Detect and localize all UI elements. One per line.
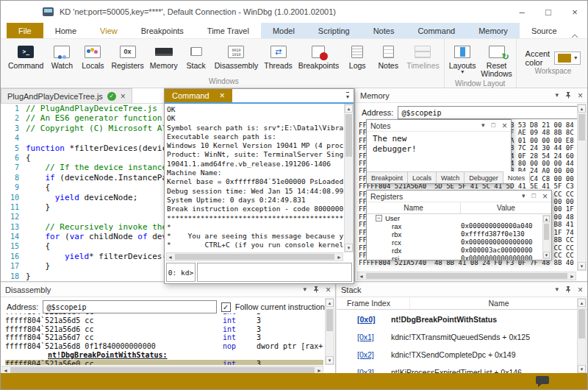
- notes-tab-locals[interactable]: Locals: [408, 172, 437, 183]
- command-horizontal-scrollbar[interactable]: ◄►: [166, 252, 343, 261]
- disasm-row[interactable]: fffff804`521a56d5 ccint3: [5, 316, 323, 325]
- pin-icon[interactable]: [313, 286, 319, 294]
- command-button[interactable]: >_ Command: [5, 42, 46, 71]
- close-icon[interactable]: ×: [570, 7, 580, 18]
- stack-vertical-scrollbar[interactable]: ▲ ▼: [577, 298, 587, 374]
- notes-button[interactable]: Notes: [373, 42, 404, 71]
- watch-button[interactable]: Watch: [46, 42, 77, 71]
- tab-scripting[interactable]: Scripting: [306, 23, 362, 38]
- command-output-line: Kernel base = 0xfffff804`51e00000 PsLoad…: [167, 177, 343, 186]
- tab-notes[interactable]: Notes: [362, 23, 406, 38]
- register-row[interactable]: rcx0x0000000000000000: [367, 238, 551, 247]
- notes-tab-watch[interactable]: Watch: [437, 172, 465, 183]
- register-row[interactable]: rsi0x0000000000000000: [367, 255, 551, 260]
- maximize-icon[interactable]: □: [532, 193, 536, 199]
- tab-memory[interactable]: Memory: [467, 23, 520, 38]
- disasm-row[interactable]: fffff804`521a56d8 0f1f840000000000nopdwo…: [5, 342, 323, 351]
- close-icon[interactable]: ×: [502, 121, 507, 130]
- command-output-line: Debug session time: Wed Jan 15 14:44:08.…: [167, 187, 343, 196]
- command-output-line: Break instruction exception - code 80000…: [167, 205, 343, 213]
- breakpoints-button[interactable]: Breakpoints: [295, 42, 342, 71]
- logs-button[interactable]: Logs: [342, 42, 373, 71]
- command-output-line: * CTRL+C (if you run console kernel debu…: [167, 241, 343, 249]
- register-row[interactable]: rax0x000000000000a040: [367, 222, 551, 230]
- chevron-down-icon[interactable]: ▾: [555, 92, 559, 99]
- frame-name: nt!KiProcessExpiredTimerList + 0x146: [391, 368, 522, 373]
- disassembly-address-input[interactable]: [43, 300, 216, 313]
- frame-index-link[interactable]: [0x3]: [338, 368, 391, 373]
- frame-index-link[interactable]: [0x2]: [338, 350, 391, 359]
- registers-scrollbar[interactable]: ▲ ▼: [542, 215, 551, 259]
- document-list-icon[interactable]: ▾: [346, 92, 349, 100]
- layouts-button[interactable]: Layouts ▾: [446, 42, 479, 76]
- minimize-icon[interactable]: –: [517, 7, 527, 18]
- disassembly-listing[interactable]: fffff804`521a56d4 ccint3fffff804`521a56d…: [5, 313, 323, 365]
- disasm-row[interactable]: fffff804`521a56e0 ccint3: [5, 360, 323, 365]
- memory-address-input[interactable]: [398, 106, 581, 119]
- memory-horizontal-scrollbar[interactable]: ◄►: [357, 272, 576, 280]
- chevron-down-icon[interactable]: ▾: [481, 122, 485, 129]
- tab-home[interactable]: Home: [43, 23, 88, 38]
- tab-breakpoints[interactable]: Breakpoints: [129, 23, 196, 38]
- close-icon[interactable]: ×: [121, 91, 126, 102]
- feedback-icon[interactable]: [536, 376, 549, 384]
- tab-model[interactable]: Model: [261, 23, 306, 38]
- close-icon[interactable]: ×: [542, 192, 548, 201]
- close-icon[interactable]: ×: [578, 91, 583, 100]
- close-icon[interactable]: ×: [326, 286, 331, 294]
- disassembly-vertical-scrollbar[interactable]: ▲ ▼: [325, 298, 334, 365]
- memory-vertical-scrollbar[interactable]: ▲ ▼: [577, 104, 587, 271]
- accent-color-picker[interactable]: ▾: [554, 52, 581, 65]
- follow-instruction-checkbox[interactable]: ✓ Follow current instruction: [221, 302, 325, 312]
- ribbon-group-label: Windows: [5, 77, 442, 88]
- tab-plugandplaydevicetree[interactable]: PlugAndPlayDeviceTree.js ✓ ×: [1, 88, 132, 103]
- chevron-down-icon[interactable]: ▾: [303, 286, 306, 293]
- tab-file[interactable]: File: [7, 23, 43, 38]
- notes-tab-breakpoint[interactable]: Breakpoint: [367, 172, 408, 183]
- tab-source[interactable]: Source: [520, 23, 569, 38]
- command-vertical-scrollbar[interactable]: ▲ ▼: [344, 104, 354, 252]
- registers-header[interactable]: Registers ▾ □ ×: [367, 191, 551, 202]
- locals-button[interactable]: Locals: [77, 42, 108, 71]
- collapse-ribbon-icon[interactable]: [571, 28, 578, 41]
- register-row[interactable]: rdx0x000003ac00000000: [367, 247, 551, 255]
- memory-button[interactable]: Memory: [147, 42, 181, 71]
- chevron-down-icon[interactable]: ▾: [555, 286, 559, 293]
- app-icon: [43, 7, 54, 16]
- frame-index-link[interactable]: [0x1]: [338, 333, 391, 341]
- command-output[interactable]: OKOKSymbol search path is: srv*;E:\Data1…: [167, 105, 343, 252]
- register-group-user[interactable]: −User: [367, 214, 551, 222]
- pin-icon[interactable]: [565, 286, 571, 294]
- stack-button[interactable]: Stack: [181, 42, 212, 71]
- command-tab-label: Command: [172, 91, 209, 100]
- disassembly-button[interactable]: 00101010 Disassembly: [212, 42, 262, 71]
- threads-button[interactable]: ⇄ Threads: [261, 42, 295, 71]
- command-input[interactable]: [197, 263, 352, 282]
- reset-windows-button[interactable]: ↻ Reset Windows: [479, 42, 514, 79]
- disasm-row[interactable]: fffff804`521a56d6 ccint3: [5, 325, 323, 334]
- notes-tab-debugger[interactable]: Debugger: [465, 172, 503, 183]
- notes-header[interactable]: Notes ▾ □ ×: [367, 120, 511, 132]
- disassembly-header: Disassembly ▾ ×: [1, 283, 335, 297]
- command-output-line: Executable search path is:: [167, 132, 343, 141]
- register-row[interactable]: rbx0xffffd387f0e130: [367, 230, 551, 238]
- command-output-line: 19041.1.amd64fre.vb_release.191206-1406: [167, 160, 343, 169]
- tab-time-travel[interactable]: Time Travel: [196, 23, 261, 38]
- ribbon: >_ Command Watch Locals 0x Registers: [1, 39, 587, 88]
- tab-command[interactable]: Command: [406, 23, 467, 38]
- disasm-row[interactable]: fffff804`521a56d7 ccint3: [5, 333, 323, 342]
- tab-view[interactable]: View: [88, 23, 129, 38]
- chevron-down-icon[interactable]: ▾: [522, 193, 526, 199]
- maximize-icon[interactable]: □: [543, 7, 553, 18]
- pin-icon[interactable]: [565, 91, 571, 100]
- tab-command[interactable]: Command ×: [165, 89, 232, 102]
- notes-text[interactable]: The new debugger!: [367, 132, 511, 171]
- notes-tab-notes[interactable]: Notes: [503, 171, 531, 183]
- maximize-icon[interactable]: □: [492, 122, 495, 129]
- frame-name: nt!DbgBreakPointWithStatus: [391, 315, 497, 324]
- frame-index-link[interactable]: [0x0]: [338, 315, 391, 324]
- command-tab-strip: Command × ▾: [165, 89, 354, 104]
- close-icon[interactable]: ×: [220, 91, 225, 101]
- close-icon[interactable]: ×: [578, 286, 583, 294]
- registers-button[interactable]: 0x Registers: [108, 42, 146, 71]
